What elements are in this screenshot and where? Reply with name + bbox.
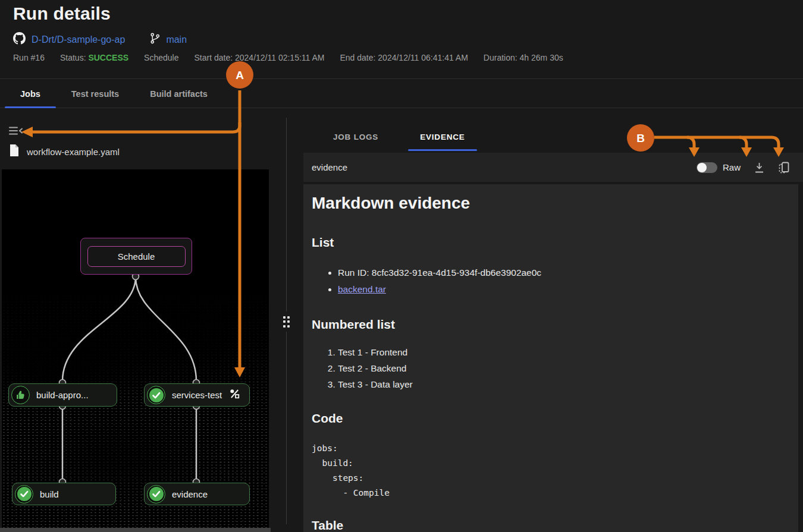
numbered-item: Test 2 - Backend: [338, 363, 786, 374]
horizontal-scrollbar[interactable]: [0, 528, 271, 532]
raw-toggle-label: Raw: [723, 162, 741, 172]
workflow-dag-canvas[interactable]: Schedule build-appro... services-test bu…: [2, 169, 269, 528]
toolbar-actions: Raw: [697, 161, 790, 174]
dag-node-build-approval[interactable]: build-appro...: [8, 383, 117, 407]
marker-b: B: [627, 124, 654, 152]
log-tab-bar: JOB LOGS EVIDENCE: [321, 124, 477, 150]
thumbs-up-icon: [11, 386, 30, 404]
copy-icon[interactable]: [778, 161, 790, 174]
dag-node-build[interactable]: build: [12, 483, 116, 505]
numbered-item: Test 3 - Data layer: [338, 379, 786, 390]
tab-job-logs[interactable]: JOB LOGS: [321, 124, 390, 150]
numbered-item: Test 1 - Frontend: [338, 347, 786, 358]
dag-node-evidence[interactable]: evidence: [144, 483, 250, 505]
tab-build-artifacts[interactable]: Build artifacts: [134, 80, 223, 108]
panel-resize-handle[interactable]: [280, 311, 293, 332]
list-item: Run ID: 8cfc3d32-91ea-4d15-934f-db6e3902…: [338, 267, 786, 278]
dag-node-services-test[interactable]: services-test: [144, 383, 250, 407]
markdown-numbered-list: Test 1 - Frontend Test 2 - Backend Test …: [312, 347, 786, 390]
run-duration: Duration: 4h 26m 30s: [484, 53, 563, 62]
workflow-file-name: workflow-example.yaml: [27, 147, 120, 157]
dag-edges: [2, 169, 269, 528]
numbered-list-heading: Numbered list: [312, 317, 786, 332]
table-heading: Table: [312, 518, 786, 532]
branch-link[interactable]: main: [166, 34, 187, 45]
dag-node-label: evidence: [172, 489, 208, 499]
check-icon: [147, 386, 165, 404]
run-status: Status: SUCCESS: [60, 53, 128, 62]
marker-b-label: B: [636, 132, 645, 144]
tab-evidence[interactable]: EVIDENCE: [408, 124, 476, 150]
check-icon: [147, 485, 165, 503]
repo-link[interactable]: D-Drt/D-sample-go-ap: [32, 34, 125, 45]
markdown-title: Markdown evidence: [312, 194, 786, 213]
collapse-panel-icon[interactable]: [8, 125, 24, 139]
dag-node-label: build: [40, 489, 59, 499]
run-trigger: Schedule: [144, 53, 178, 62]
page-header: Run details D-Drt/D-sample-go-ap main Ru…: [0, 0, 803, 79]
toggle-track[interactable]: [697, 162, 717, 173]
raw-toggle[interactable]: Raw: [697, 162, 741, 173]
github-icon: [13, 32, 26, 47]
run-info-row: Run #16 Status: SUCCESS Schedule Start d…: [13, 53, 790, 62]
workflow-file-row[interactable]: workflow-example.yaml: [10, 144, 120, 159]
file-icon: [10, 144, 19, 159]
list-heading: List: [312, 235, 786, 250]
status-badge: SUCCESS: [88, 53, 128, 62]
evidence-markdown-panel: Markdown evidence List Run ID: 8cfc3d32-…: [303, 184, 798, 532]
code-block: jobs: build: steps: - Compile: [312, 441, 786, 500]
main-tab-bar: Jobs Test results Build artifacts: [0, 80, 803, 108]
tab-test-results[interactable]: Test results: [56, 80, 134, 108]
code-heading: Code: [312, 411, 786, 426]
dag-node-label: services-test: [172, 390, 222, 400]
run-number: Run #16: [13, 53, 45, 62]
run-start-date: Start date: 2024/12/11 02:15:11 AM: [195, 53, 325, 62]
dag-node-label: build-appro...: [36, 390, 89, 400]
evidence-toolbar-title: evidence: [312, 162, 347, 172]
markdown-list: Run ID: 8cfc3d32-91ea-4d15-934f-db6e3902…: [312, 267, 786, 295]
dag-node-schedule[interactable]: Schedule: [80, 238, 192, 275]
git-branch-icon: [150, 33, 160, 46]
repo-row: D-Drt/D-sample-go-ap main: [13, 32, 790, 47]
page-title: Run details: [13, 4, 790, 24]
tab-jobs[interactable]: Jobs: [5, 80, 56, 108]
test-shards-icon: [230, 389, 240, 401]
drag-dots-icon: [283, 316, 290, 328]
download-icon[interactable]: [754, 162, 765, 174]
run-details-page: Run details D-Drt/D-sample-go-ap main Ru…: [0, 0, 803, 532]
run-end-date: End date: 2024/12/11 06:41:41 AM: [340, 53, 468, 62]
check-icon: [15, 485, 33, 503]
schedule-node-label: Schedule: [87, 246, 186, 267]
toggle-knob: [697, 163, 707, 172]
backend-tar-link[interactable]: backend.tar: [338, 284, 386, 294]
evidence-toolbar: evidence Raw: [303, 153, 803, 182]
list-item: backend.tar: [338, 284, 786, 295]
